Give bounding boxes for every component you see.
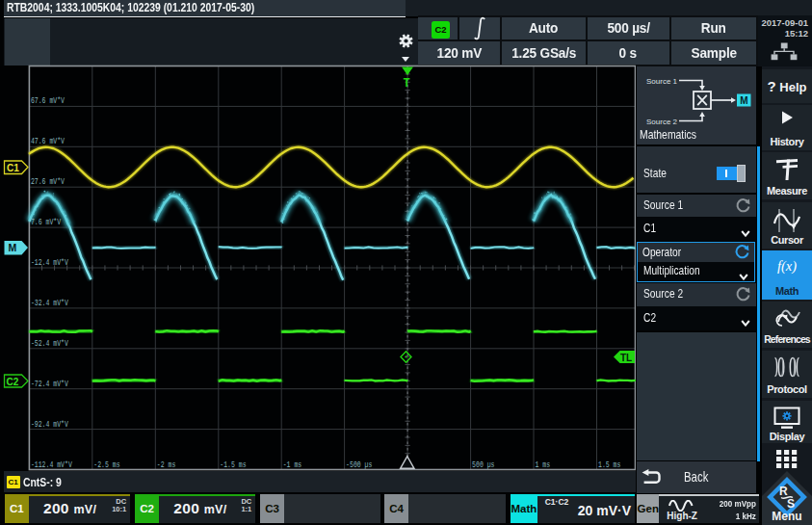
svg-text:T: T [404, 77, 410, 91]
svg-text:M: M [740, 94, 747, 105]
svg-text:C1: C1 [7, 163, 19, 173]
svg-text:Source 2: Source 2 [646, 118, 678, 126]
svg-text:C2: C2 [7, 377, 19, 387]
svg-text:-2.5 ms: -2.5 ms [93, 460, 119, 470]
svg-text:1.5 ms: 1.5 ms [598, 460, 620, 470]
svg-text:-1 ms: -1 ms [283, 460, 302, 470]
svg-text:-1.5 ms: -1.5 ms [220, 460, 246, 470]
svg-text:-32.4 mV*V: -32.4 mV*V [31, 299, 68, 308]
svg-text:-12.4 mV*V: -12.4 mV*V [31, 258, 68, 268]
svg-text:1 ms: 1 ms [536, 460, 551, 470]
svg-text:TL: TL [620, 353, 632, 363]
svg-text:-92.4 mV*V: -92.4 mV*V [31, 420, 68, 430]
svg-text:47.6 mV*V: 47.6 mV*V [31, 137, 65, 146]
svg-text:500 µs: 500 µs [472, 460, 494, 470]
svg-text:-2 ms: -2 ms [157, 460, 176, 470]
svg-text:-112.4 mV*V: -112.4 mV*V [31, 460, 72, 470]
svg-text:-500 µs: -500 µs [346, 460, 372, 470]
svg-text:-52.4 mV*V: -52.4 mV*V [31, 339, 68, 349]
svg-text:R: R [779, 485, 788, 498]
svg-text:27.6 mV*V: 27.6 mV*V [31, 177, 65, 187]
svg-text:-72.4 mV*V: -72.4 mV*V [31, 380, 68, 389]
svg-text:Source 1: Source 1 [646, 77, 678, 86]
svg-text:67.6 mV*V: 67.6 mV*V [31, 96, 65, 106]
svg-text:M: M [9, 242, 17, 253]
svg-text:S: S [787, 497, 795, 511]
svg-text:7.6 mV*V: 7.6 mV*V [31, 218, 62, 227]
